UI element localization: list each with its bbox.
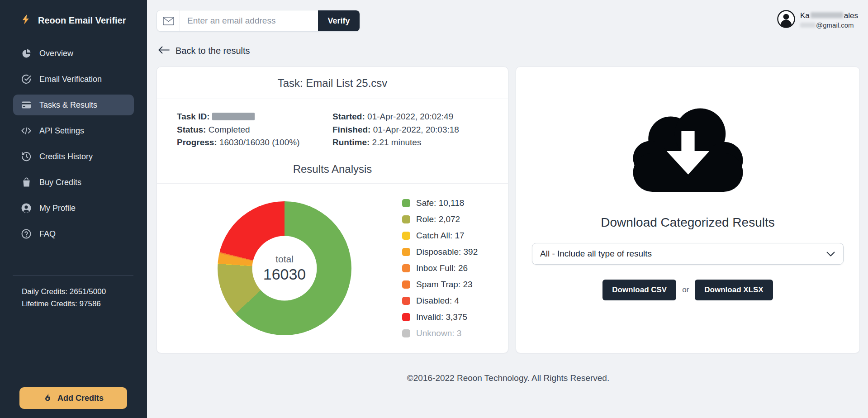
- user-icon: [21, 203, 32, 214]
- sidebar-item-faq[interactable]: FAQ: [13, 223, 134, 244]
- user-menu[interactable]: Kaales @gmail.com: [777, 10, 858, 30]
- started-value: 01-Apr-2022, 20:02:49: [367, 112, 453, 121]
- legend-swatch: [402, 215, 410, 223]
- sidebar-item-label: FAQ: [39, 229, 56, 239]
- main-content: Verify Kaales @gmail.com: [147, 0, 868, 418]
- sidebar-item-buy-credits[interactable]: Buy Credits: [13, 172, 134, 193]
- legend-swatch: [402, 297, 410, 305]
- result-type-select[interactable]: All - Include all type of results: [532, 243, 844, 265]
- sidebar: Reoon Email Verifier OverviewEmail Verif…: [0, 0, 147, 418]
- user-name-suffix: ales: [844, 11, 858, 20]
- sidebar-item-label: My Profile: [39, 204, 76, 213]
- topbar: Verify Kaales @gmail.com: [157, 0, 860, 32]
- user-info: Kaales @gmail.com: [800, 11, 858, 29]
- legend-item-catch-all[interactable]: Catch All: 17: [402, 231, 478, 241]
- chevron-down-icon: [826, 249, 835, 259]
- finished-value: 01-Apr-2022, 20:03:18: [373, 125, 459, 134]
- app-logo[interactable]: Reoon Email Verifier: [0, 0, 147, 28]
- sidebar-item-overview[interactable]: Overview: [13, 43, 134, 64]
- sidebar-item-label: Tasks & Results: [39, 100, 97, 110]
- status-value: Completed: [209, 125, 250, 134]
- download-csv-button[interactable]: Download CSV: [602, 280, 676, 300]
- app-title: Reoon Email Verifier: [38, 15, 126, 26]
- sidebar-item-label: Overview: [39, 49, 73, 58]
- lightning-bolt-icon: [21, 14, 31, 28]
- select-value: All - Include all type of results: [540, 249, 652, 259]
- add-credits-label: Add Credits: [57, 394, 104, 403]
- cloud-download-icon: [627, 102, 749, 202]
- runtime-row: Runtime: 2.21 minutes: [332, 136, 488, 149]
- credit-card-icon: [21, 100, 32, 110]
- back-arrow-icon: [158, 46, 170, 56]
- task-title: Task: Email List 25.csv: [157, 67, 508, 99]
- download-title: Download Categorized Results: [516, 215, 859, 230]
- legend-item-inbox-full[interactable]: Inbox Full: 26: [402, 263, 478, 274]
- sidebar-item-label: API Settings: [39, 126, 84, 136]
- email-input[interactable]: [180, 10, 318, 31]
- download-card: Download Categorized Results All - Inclu…: [516, 66, 860, 353]
- task-details-left: Task ID: Status: Completed Progress: 160…: [177, 110, 332, 149]
- progress-value: 16030/16030 (100%): [219, 138, 299, 147]
- task-card: Task: Email List 25.csv Task ID: Status:…: [157, 66, 508, 353]
- legend-label: Invalid: 3,375: [416, 312, 467, 322]
- legend-item-invalid[interactable]: Invalid: 3,375: [402, 312, 478, 323]
- legend-label: Inbox Full: 26: [416, 263, 468, 273]
- credits-summary: Daily Credits: 2651/5000 Lifetime Credit…: [0, 276, 147, 310]
- finished-row: Finished: 01-Apr-2022, 20:03:18: [332, 124, 488, 137]
- sidebar-item-label: Credits History: [39, 152, 93, 162]
- started-label: Started:: [332, 112, 365, 121]
- add-credits-button[interactable]: Add Credits: [19, 387, 127, 409]
- download-xlsx-button[interactable]: Download XLSX: [695, 280, 773, 300]
- legend-swatch: [402, 264, 410, 272]
- donut-total-label: total: [275, 253, 294, 264]
- question-circle-icon: [21, 228, 32, 239]
- app-root: Reoon Email Verifier OverviewEmail Verif…: [0, 0, 868, 418]
- legend-label: Role: 2,072: [416, 214, 460, 224]
- envelope-icon: [157, 10, 180, 31]
- content-row: Task: Email List 25.csv Task ID: Status:…: [157, 66, 860, 353]
- avatar: [777, 10, 795, 30]
- redacted-email: [800, 23, 816, 28]
- runtime-value: 2.21 minutes: [372, 138, 422, 147]
- legend-item-disabled[interactable]: Disabled: 4: [402, 296, 478, 306]
- donut-total-value: 16030: [263, 265, 306, 283]
- sidebar-item-credits-history[interactable]: Credits History: [13, 146, 134, 167]
- legend-item-safe[interactable]: Safe: 10,118: [402, 198, 478, 209]
- legend-item-spam-trap[interactable]: Spam Trap: 23: [402, 280, 478, 290]
- legend-label: Spam Trap: 23: [416, 280, 473, 290]
- legend-item-role[interactable]: Role: 2,072: [402, 214, 478, 225]
- legend-swatch: [402, 248, 410, 256]
- user-name-prefix: Ka: [800, 11, 810, 20]
- legend-item-unknown[interactable]: Unknown: 3: [402, 328, 478, 339]
- sidebar-item-email-verification[interactable]: Email Verification: [13, 69, 134, 90]
- footer-copyright: ©2016-2022 Reoon Technology. All Rights …: [157, 373, 860, 383]
- lifetime-credits: Lifetime Credits: 97586: [22, 298, 147, 310]
- legend-swatch: [402, 313, 410, 321]
- task-details: Task ID: Status: Completed Progress: 160…: [157, 99, 508, 149]
- legend-item-disposable[interactable]: Disposable: 392: [402, 247, 478, 257]
- download-buttons: Download CSV or Download XLSX: [516, 280, 859, 300]
- legend-label: Disposable: 392: [416, 247, 478, 257]
- user-name: Kaales: [800, 11, 858, 20]
- legend-label: Catch All: 17: [416, 231, 465, 241]
- legend-label: Unknown: 3: [416, 328, 461, 338]
- user-email: @gmail.com: [800, 21, 858, 29]
- sidebar-item-label: Email Verification: [39, 75, 102, 84]
- sidebar-item-tasks-results[interactable]: Tasks & Results: [13, 95, 134, 115]
- runtime-label: Runtime:: [332, 138, 370, 147]
- legend-label: Safe: 10,118: [416, 198, 464, 208]
- or-label: or: [682, 285, 689, 294]
- back-link[interactable]: Back to the results: [157, 46, 250, 56]
- sidebar-item-api-settings[interactable]: API Settings: [13, 120, 134, 141]
- sidebar-item-my-profile[interactable]: My Profile: [13, 198, 134, 218]
- finished-label: Finished:: [332, 125, 370, 134]
- verify-button[interactable]: Verify: [318, 10, 360, 31]
- redacted-name: [811, 12, 843, 18]
- email-verify-group: Verify: [157, 10, 360, 32]
- history-clock-icon: [21, 151, 32, 162]
- sidebar-item-label: Buy Credits: [39, 178, 81, 187]
- started-row: Started: 01-Apr-2022, 20:02:49: [332, 110, 488, 124]
- progress-row: Progress: 16030/16030 (100%): [177, 136, 332, 149]
- donut-center: total 16030: [252, 236, 317, 300]
- shopping-bag-icon: [21, 177, 32, 188]
